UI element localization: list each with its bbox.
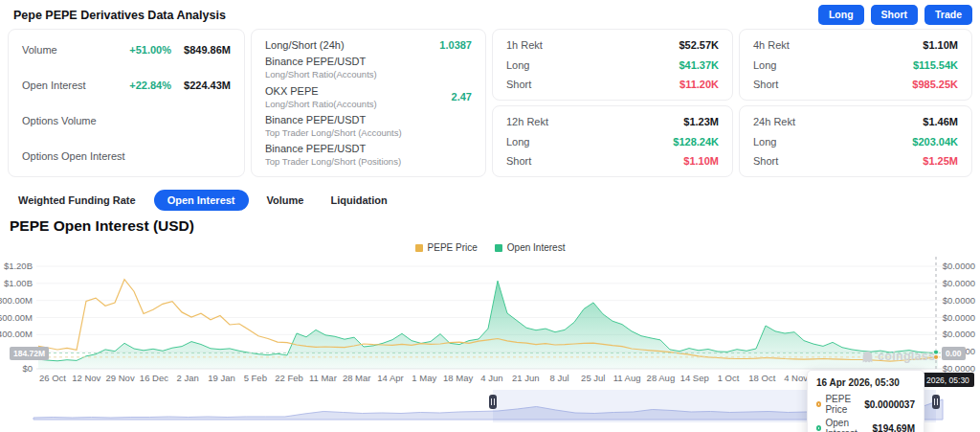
binance-ls-accounts-title: Binance PEPE/USDT [265,56,377,67]
open-interest-value: $224.43M [171,80,231,91]
tooltip-oi-value: $194.69M [873,423,915,432]
rekt-12h-total: $1.23M [683,116,719,127]
svg-text:18 Oct: 18 Oct [748,373,775,383]
navigator-handle-right[interactable] [932,395,940,409]
rekt-12h-title: 12h Rekt [506,116,548,127]
tooltip-oi-label: Open Interest [825,418,868,432]
tab-open-interest[interactable]: Open Interest [154,190,249,211]
tooltip-price-label: PEPE Price [825,394,860,415]
navigator-handle-left[interactable] [489,395,497,409]
rekt-12h-short-label: Short [506,155,531,167]
tooltip-oi-row: Open Interest $194.69M [816,418,915,432]
binance-toptrader-accounts-row: Binance PEPE/USDT Top Trader Long/Short … [265,114,472,138]
svg-text:$1.00B: $1.00B [4,278,33,288]
options-open-interest-label: Options Open Interest [22,150,125,162]
tooltip-price-row: PEPE Price $0.0000037 [816,394,915,415]
svg-text:$0.0000: $0.0000 [943,295,975,306]
open-interest-chart[interactable]: $1.20B$0.0000$1.00B$0.0000$800.00M$0.000… [0,249,980,389]
tab-liquidation[interactable]: Liquidation [322,190,395,211]
tab-volume[interactable]: Volume [258,190,313,211]
ls-24h-row: Long/Short (24h) 1.0387 [265,39,472,51]
price-dot-icon [816,401,821,407]
rekt-1h-long-value: $41.37K [679,59,719,71]
svg-text:22 Feb: 22 Feb [275,373,303,383]
page-title: Pepe PEPE Derivatives Data Analysis [13,9,226,22]
tab-weighted-funding-rate[interactable]: Weighted Funding Rate [10,190,145,211]
rekt-24h-long-label: Long [753,136,776,148]
tooltip-date: 16 Apr 2026, 05:30 [816,377,915,388]
volume-change: +51.00% [129,44,171,56]
short-button[interactable]: Short [871,5,918,25]
rekt-24h-short-value: $1.25M [923,155,958,167]
tooltip-price-value: $0.0000037 [864,399,915,410]
svg-text:18 May: 18 May [443,373,473,383]
rekt-1h-card: 1h Rekt$52.57K Long$41.37K Short$11.20K [492,29,733,101]
price-current-value-badge: 0.00 [942,347,966,360]
okx-ls-accounts-title: OKX PEPE [265,85,377,97]
svg-text:$400.00M: $400.00M [0,329,33,339]
svg-text:$0: $0 [22,363,33,374]
svg-text:4 Nov: 4 Nov [784,373,808,383]
svg-text:$1.20B: $1.20B [4,261,33,271]
svg-text:11 Mar: 11 Mar [309,373,337,383]
watermark-text: coinglass [878,350,935,363]
svg-text:25 Jul: 25 Jul [581,373,605,383]
rekt-12h-card: 12h Rekt$1.23M Long$128.24K Short$1.10M [492,105,733,177]
rekt-12h-short-value: $1.10M [683,155,719,167]
volume-value: $849.86M [171,44,231,56]
svg-text:$0.0000: $0.0000 [943,278,975,288]
chart-tooltip: 16 Apr 2026, 05:30 PEPE Price $0.0000037… [807,370,924,432]
svg-text:$0.0000: $0.0000 [943,312,975,323]
volume-label: Volume [22,44,57,56]
okx-ls-accounts-sub: Long/Short Ratio(Accounts) [265,99,377,109]
svg-text:28 Aug: 28 Aug [647,373,676,383]
binance-toptrader-accounts-sub: Top Trader Long/Short (Accounts) [265,127,402,138]
rekt-4h-long-value: $115.54K [913,59,958,71]
open-interest-row: Open Interest +22.84% $224.43M [22,80,231,91]
svg-text:$600.00M: $600.00M [0,312,33,323]
options-volume-label: Options Volume [22,115,97,126]
options-volume-row: Options Volume [22,115,231,126]
rekt-24h-short-label: Short [753,155,778,167]
ls-24h-value: 1.0387 [439,39,472,51]
rekt-1h-short-label: Short [506,79,531,90]
trade-button[interactable]: Trade [924,5,972,25]
binance-toptrader-positions-title: Binance PEPE/USDT [265,143,401,154]
header-actions: Long Short Trade [818,5,972,25]
long-short-ratio-card: Long/Short (24h) 1.0387 Binance PEPE/USD… [251,29,486,177]
watermark: coinglass [861,350,935,363]
options-open-interest-row: Options Open Interest [22,150,231,162]
svg-text:4 Jun: 4 Jun [480,373,502,383]
svg-text:1 Oct: 1 Oct [718,373,740,383]
okx-ls-accounts-value: 2.47 [452,91,472,102]
long-button[interactable]: Long [818,5,864,25]
oi-dot-icon [816,425,821,431]
svg-text:29 Nov: 29 Nov [106,373,135,383]
binance-ls-accounts-row: Binance PEPE/USDT Long/Short Ratio(Accou… [265,56,472,80]
ls-24h-label: Long/Short (24h) [265,39,345,51]
open-interest-change: +22.84% [129,80,171,91]
binance-toptrader-positions-row: Binance PEPE/USDT Top Trader Long/Short … [265,143,472,167]
binance-toptrader-positions-sub: Top Trader Long/Short (Positions) [265,156,401,167]
svg-text:19 Jan: 19 Jan [208,373,235,383]
rekt-1h-short-value: $11.20K [679,79,719,90]
rekt-24h-long-value: $203.04K [912,136,958,148]
svg-text:26 Oct: 26 Oct [39,373,66,383]
svg-text:11 Aug: 11 Aug [613,373,641,383]
rekt-4h-card: 4h Rekt$1.10M Long$115.54K Short$985.25K [739,29,972,101]
coinglass-ghost-icon [861,351,874,363]
rekt-12h-long-value: $128.24K [673,136,719,148]
binance-toptrader-accounts-title: Binance PEPE/USDT [265,114,402,125]
svg-text:14 Apr: 14 Apr [377,373,403,383]
rekt-4h-short-label: Short [753,79,778,90]
rekt-4h-title: 4h Rekt [753,39,790,51]
rekt-24h-card: 24h Rekt$1.46M Long$203.04K Short$1.25M [739,105,972,177]
rekt-1h-total: $52.57K [679,39,719,51]
svg-text:$800.00M: $800.00M [0,295,33,306]
svg-text:$0.0000: $0.0000 [943,261,975,271]
svg-text:28 Mar: 28 Mar [343,373,371,383]
svg-text:1 May: 1 May [412,373,436,383]
binance-ls-accounts-sub: Long/Short Ratio(Accounts) [265,69,377,80]
rekt-24h-title: 24h Rekt [753,116,795,127]
volume-row: Volume +51.00% $849.86M [22,44,231,56]
